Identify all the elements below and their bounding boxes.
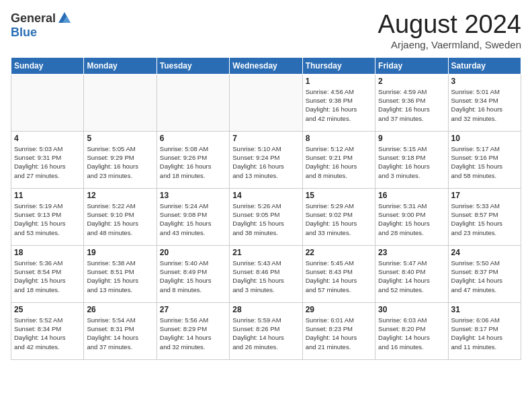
calendar-week-row: 1Sunrise: 4:56 AM Sunset: 9:38 PM Daylig… xyxy=(11,74,521,131)
calendar-day-cell: 10Sunrise: 5:17 AM Sunset: 9:16 PM Dayli… xyxy=(448,131,521,188)
weekday-header: Friday xyxy=(375,57,448,74)
day-number: 21 xyxy=(232,248,299,257)
calendar-day-cell: 9Sunrise: 5:15 AM Sunset: 9:18 PM Daylig… xyxy=(375,131,448,188)
calendar-day-cell: 16Sunrise: 5:31 AM Sunset: 9:00 PM Dayli… xyxy=(375,188,448,245)
day-number: 3 xyxy=(451,77,518,86)
day-info: Sunrise: 5:52 AM Sunset: 8:34 PM Dayligh… xyxy=(14,316,81,351)
calendar-day-cell: 21Sunrise: 5:43 AM Sunset: 8:46 PM Dayli… xyxy=(230,245,302,302)
calendar-day-cell: 13Sunrise: 5:24 AM Sunset: 9:08 PM Dayli… xyxy=(157,188,229,245)
day-number: 29 xyxy=(306,305,372,314)
day-info: Sunrise: 4:56 AM Sunset: 9:38 PM Dayligh… xyxy=(306,87,372,123)
day-number: 25 xyxy=(14,305,81,314)
day-number: 12 xyxy=(87,191,153,200)
calendar-day-cell: 28Sunrise: 5:59 AM Sunset: 8:26 PM Dayli… xyxy=(230,302,302,359)
calendar-day-cell: 3Sunrise: 5:01 AM Sunset: 9:34 PM Daylig… xyxy=(448,74,521,131)
day-number: 7 xyxy=(232,134,299,143)
day-info: Sunrise: 5:54 AM Sunset: 8:31 PM Dayligh… xyxy=(87,316,153,351)
day-number: 28 xyxy=(232,305,299,314)
calendar-day-cell xyxy=(157,74,229,131)
day-number: 15 xyxy=(306,191,372,200)
day-info: Sunrise: 5:33 AM Sunset: 8:57 PM Dayligh… xyxy=(451,201,518,237)
calendar-day-cell: 20Sunrise: 5:40 AM Sunset: 8:49 PM Dayli… xyxy=(157,245,229,302)
day-info: Sunrise: 5:05 AM Sunset: 9:29 PM Dayligh… xyxy=(87,144,153,180)
day-number: 1 xyxy=(306,77,372,86)
calendar-day-cell: 1Sunrise: 4:56 AM Sunset: 9:38 PM Daylig… xyxy=(302,74,375,131)
day-info: Sunrise: 5:22 AM Sunset: 9:10 PM Dayligh… xyxy=(87,201,153,237)
calendar-day-cell: 7Sunrise: 5:10 AM Sunset: 9:24 PM Daylig… xyxy=(230,131,302,188)
day-number: 5 xyxy=(87,134,153,143)
weekday-header: Saturday xyxy=(448,57,521,74)
day-number: 22 xyxy=(306,248,372,257)
calendar-table: SundayMondayTuesdayWednesdayThursdayFrid… xyxy=(11,57,521,360)
weekday-header: Monday xyxy=(84,57,157,74)
day-info: Sunrise: 5:31 AM Sunset: 9:00 PM Dayligh… xyxy=(378,201,445,237)
day-number: 30 xyxy=(378,305,445,314)
calendar-day-cell: 26Sunrise: 5:54 AM Sunset: 8:31 PM Dayli… xyxy=(84,302,157,359)
page-header: General Blue August 2024 Arjaeng, Vaerml… xyxy=(11,11,521,50)
calendar-header-row: SundayMondayTuesdayWednesdayThursdayFrid… xyxy=(11,57,521,74)
calendar-day-cell: 4Sunrise: 5:03 AM Sunset: 9:31 PM Daylig… xyxy=(11,131,84,188)
calendar-day-cell: 25Sunrise: 5:52 AM Sunset: 8:34 PM Dayli… xyxy=(11,302,84,359)
calendar-day-cell xyxy=(11,74,84,131)
day-info: Sunrise: 5:47 AM Sunset: 8:40 PM Dayligh… xyxy=(378,259,445,294)
day-number: 19 xyxy=(87,248,153,257)
logo-icon xyxy=(57,11,72,26)
day-number: 2 xyxy=(378,77,445,86)
day-info: Sunrise: 5:50 AM Sunset: 8:37 PM Dayligh… xyxy=(451,259,518,294)
day-info: Sunrise: 6:06 AM Sunset: 8:17 PM Dayligh… xyxy=(451,316,518,351)
calendar-day-cell: 12Sunrise: 5:22 AM Sunset: 9:10 PM Dayli… xyxy=(84,188,157,245)
logo-general-text: General xyxy=(11,11,56,26)
weekday-header: Tuesday xyxy=(157,57,229,74)
calendar-week-row: 18Sunrise: 5:36 AM Sunset: 8:54 PM Dayli… xyxy=(11,245,521,302)
day-number: 10 xyxy=(451,134,518,143)
day-info: Sunrise: 5:03 AM Sunset: 9:31 PM Dayligh… xyxy=(14,144,81,180)
day-number: 16 xyxy=(378,191,445,200)
day-info: Sunrise: 5:29 AM Sunset: 9:02 PM Dayligh… xyxy=(306,201,372,237)
day-number: 8 xyxy=(306,134,372,143)
day-info: Sunrise: 6:01 AM Sunset: 8:23 PM Dayligh… xyxy=(306,316,372,351)
calendar-day-cell: 15Sunrise: 5:29 AM Sunset: 9:02 PM Dayli… xyxy=(302,188,375,245)
calendar-day-cell: 18Sunrise: 5:36 AM Sunset: 8:54 PM Dayli… xyxy=(11,245,84,302)
day-number: 11 xyxy=(14,191,81,200)
logo-blue-text: Blue xyxy=(11,26,37,40)
day-info: Sunrise: 5:12 AM Sunset: 9:21 PM Dayligh… xyxy=(306,144,372,180)
day-number: 20 xyxy=(160,248,226,257)
calendar-day-cell: 17Sunrise: 5:33 AM Sunset: 8:57 PM Dayli… xyxy=(448,188,521,245)
day-info: Sunrise: 5:15 AM Sunset: 9:18 PM Dayligh… xyxy=(378,144,445,180)
day-number: 24 xyxy=(451,248,518,257)
calendar-day-cell: 2Sunrise: 4:59 AM Sunset: 9:36 PM Daylig… xyxy=(375,74,448,131)
calendar-day-cell: 5Sunrise: 5:05 AM Sunset: 9:29 PM Daylig… xyxy=(84,131,157,188)
day-number: 27 xyxy=(160,305,226,314)
calendar-day-cell: 23Sunrise: 5:47 AM Sunset: 8:40 PM Dayli… xyxy=(375,245,448,302)
day-info: Sunrise: 5:36 AM Sunset: 8:54 PM Dayligh… xyxy=(14,259,81,294)
calendar-day-cell: 29Sunrise: 6:01 AM Sunset: 8:23 PM Dayli… xyxy=(302,302,375,359)
day-info: Sunrise: 5:38 AM Sunset: 8:51 PM Dayligh… xyxy=(87,259,153,294)
month-title: August 2024 xyxy=(378,11,521,39)
day-number: 31 xyxy=(451,305,518,314)
calendar-day-cell: 31Sunrise: 6:06 AM Sunset: 8:17 PM Dayli… xyxy=(448,302,521,359)
day-info: Sunrise: 5:40 AM Sunset: 8:49 PM Dayligh… xyxy=(160,259,226,294)
calendar-day-cell: 11Sunrise: 5:19 AM Sunset: 9:13 PM Dayli… xyxy=(11,188,84,245)
day-info: Sunrise: 5:43 AM Sunset: 8:46 PM Dayligh… xyxy=(232,259,299,294)
day-info: Sunrise: 5:08 AM Sunset: 9:26 PM Dayligh… xyxy=(160,144,226,180)
day-number: 6 xyxy=(160,134,226,143)
calendar-week-row: 4Sunrise: 5:03 AM Sunset: 9:31 PM Daylig… xyxy=(11,131,521,188)
day-number: 14 xyxy=(232,191,299,200)
weekday-header: Wednesday xyxy=(230,57,302,74)
day-number: 13 xyxy=(160,191,226,200)
calendar-day-cell xyxy=(230,74,302,131)
calendar-day-cell: 22Sunrise: 5:45 AM Sunset: 8:43 PM Dayli… xyxy=(302,245,375,302)
location-text: Arjaeng, Vaermland, Sweden xyxy=(378,39,521,50)
calendar-day-cell: 30Sunrise: 6:03 AM Sunset: 8:20 PM Dayli… xyxy=(375,302,448,359)
day-info: Sunrise: 5:17 AM Sunset: 9:16 PM Dayligh… xyxy=(451,144,518,180)
day-info: Sunrise: 5:26 AM Sunset: 9:05 PM Dayligh… xyxy=(232,201,299,237)
calendar-day-cell: 19Sunrise: 5:38 AM Sunset: 8:51 PM Dayli… xyxy=(84,245,157,302)
day-number: 17 xyxy=(451,191,518,200)
logo: General Blue xyxy=(11,11,72,40)
calendar-week-row: 11Sunrise: 5:19 AM Sunset: 9:13 PM Dayli… xyxy=(11,188,521,245)
calendar-day-cell: 6Sunrise: 5:08 AM Sunset: 9:26 PM Daylig… xyxy=(157,131,229,188)
day-info: Sunrise: 4:59 AM Sunset: 9:36 PM Dayligh… xyxy=(378,87,445,123)
weekday-header: Sunday xyxy=(11,57,84,74)
calendar-day-cell: 8Sunrise: 5:12 AM Sunset: 9:21 PM Daylig… xyxy=(302,131,375,188)
day-info: Sunrise: 5:19 AM Sunset: 9:13 PM Dayligh… xyxy=(14,201,81,237)
